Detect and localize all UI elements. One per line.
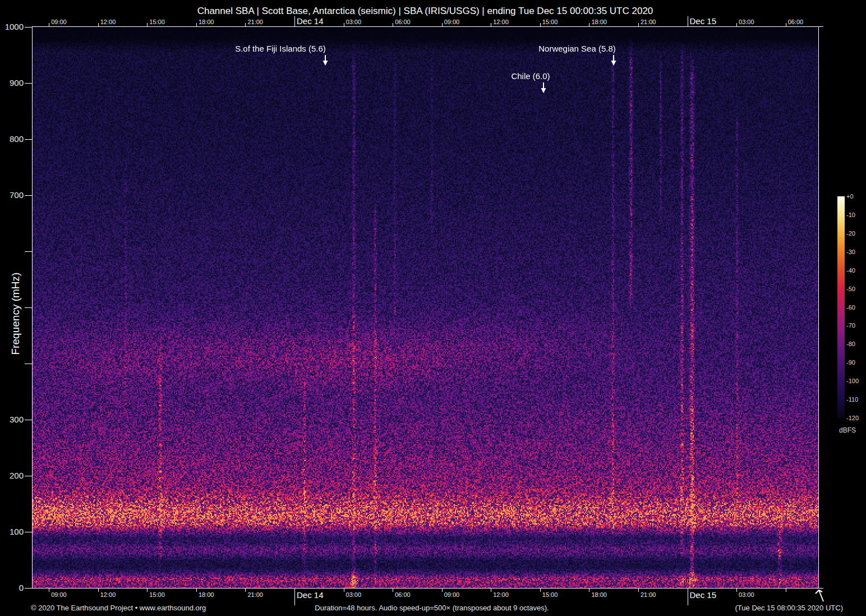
day-separator-tick bbox=[294, 589, 295, 605]
x-tick bbox=[736, 23, 737, 26]
event-label: S.of the Fiji Islands (5.6) bbox=[235, 44, 326, 53]
x-tick bbox=[638, 589, 639, 592]
x-tick bbox=[147, 23, 148, 26]
x-tick bbox=[589, 589, 589, 592]
y-tick bbox=[25, 27, 32, 27]
bottom-axis-line bbox=[33, 588, 823, 589]
colorbar-tick-label: -20 bbox=[846, 230, 855, 237]
x-tick bbox=[49, 589, 49, 592]
x-tick bbox=[442, 589, 443, 592]
figure-title: Channel SBA | Scott Base, Antarctica (se… bbox=[197, 6, 653, 17]
event-label: Chile (6.0) bbox=[511, 71, 550, 81]
colorbar-tick-label: -30 bbox=[846, 249, 855, 255]
x-tick bbox=[491, 589, 491, 592]
x-tick bbox=[393, 23, 393, 26]
x-tick bbox=[786, 23, 786, 26]
colorbar-tick-label: -50 bbox=[846, 286, 855, 292]
left-axis-line bbox=[32, 26, 33, 589]
x-tick-label: 12:00 bbox=[100, 591, 116, 598]
x-tick-label: 09:00 bbox=[444, 19, 460, 25]
x-tick-label: 18:00 bbox=[199, 591, 214, 598]
y-tick bbox=[25, 139, 32, 140]
colorbar-tick-label: -60 bbox=[846, 304, 855, 311]
y-tick-label: 200 bbox=[0, 471, 24, 480]
x-tick bbox=[49, 23, 49, 26]
top-axis-line bbox=[33, 26, 823, 27]
colorbar-tick-label: -90 bbox=[846, 359, 855, 366]
x-tick-label: 15:00 bbox=[542, 19, 558, 25]
y-tick-label: 800 bbox=[0, 134, 24, 144]
x-tick bbox=[540, 589, 541, 592]
mouse-cursor-icon bbox=[814, 587, 828, 603]
x-tick-label: 21:00 bbox=[247, 591, 263, 598]
x-tick-label: Dec 14 bbox=[297, 16, 324, 26]
x-tick bbox=[491, 23, 491, 26]
x-tick-label: 12:00 bbox=[493, 19, 509, 25]
x-tick bbox=[589, 23, 589, 26]
x-tick bbox=[98, 23, 99, 26]
colorbar-tick-label: +0 bbox=[846, 193, 854, 200]
x-tick-label: 21:00 bbox=[641, 19, 656, 25]
x-tick-label: 18:00 bbox=[591, 19, 607, 25]
footer-duration: Duration=48 hours. Audio speed-up=500× (… bbox=[315, 604, 549, 612]
colorbar-tick-label: -110 bbox=[846, 396, 858, 403]
x-tick-label: Dec 14 bbox=[297, 590, 324, 600]
footer-render-time: (Tue Dec 15 08:00:35 2020 UTC) bbox=[735, 604, 843, 612]
x-tick bbox=[245, 23, 246, 26]
colorbar-tick-label: -80 bbox=[846, 341, 855, 347]
footer-copyright: © 2020 The Earthsound Project • www.eart… bbox=[31, 604, 206, 612]
x-tick bbox=[638, 23, 639, 26]
y-tick bbox=[25, 83, 32, 84]
x-tick bbox=[196, 23, 197, 26]
x-tick bbox=[245, 589, 246, 592]
x-tick-label: 03:00 bbox=[346, 19, 362, 25]
x-tick-label: 03:00 bbox=[739, 19, 754, 25]
x-tick bbox=[344, 23, 344, 26]
colorbar-tick-label: -10 bbox=[846, 212, 855, 218]
day-separator-tick bbox=[688, 589, 688, 605]
x-tick-label: 06:00 bbox=[395, 591, 411, 598]
x-tick bbox=[98, 589, 99, 592]
x-tick bbox=[196, 589, 197, 592]
x-tick bbox=[540, 23, 541, 26]
x-tick bbox=[442, 23, 443, 26]
day-separator-tick bbox=[688, 16, 688, 26]
x-tick-label: 03:00 bbox=[346, 591, 362, 598]
x-tick-label: 15:00 bbox=[542, 591, 558, 598]
day-separator-tick bbox=[294, 16, 295, 26]
x-tick-label: 18:00 bbox=[199, 19, 214, 25]
x-tick bbox=[786, 589, 786, 592]
down-arrow-icon bbox=[322, 55, 329, 66]
y-tick bbox=[25, 364, 32, 364]
x-tick bbox=[393, 589, 393, 592]
y-tick-label: 1000 bbox=[0, 22, 24, 31]
down-arrow-icon bbox=[610, 55, 617, 66]
x-tick-label: 09:00 bbox=[51, 19, 67, 25]
x-tick bbox=[147, 589, 148, 592]
x-tick-label: 15:00 bbox=[149, 591, 165, 598]
x-tick-label: Dec 15 bbox=[690, 590, 717, 600]
x-tick-label: 12:00 bbox=[100, 19, 116, 25]
x-tick-label: 06:00 bbox=[788, 19, 804, 25]
x-tick-label: 06:00 bbox=[395, 19, 411, 25]
colorbar-tick-label: -100 bbox=[846, 378, 859, 384]
y-tick-label: 100 bbox=[0, 527, 24, 536]
y-tick bbox=[25, 307, 32, 308]
y-tick bbox=[25, 532, 32, 532]
event-label: Norwegian Sea (5.8) bbox=[538, 44, 616, 53]
y-axis-title: Frequency (mHz) bbox=[10, 157, 22, 471]
x-tick-label: 21:00 bbox=[641, 591, 656, 598]
x-tick-label: Dec 15 bbox=[690, 16, 717, 26]
x-tick-label: 12:00 bbox=[493, 591, 509, 598]
spectrogram-figure: Channel SBA | Scott Base, Antarctica (se… bbox=[0, 0, 866, 616]
y-tick bbox=[25, 420, 32, 420]
y-tick bbox=[25, 195, 32, 196]
x-tick-label: 15:00 bbox=[149, 19, 165, 25]
x-tick-label: 09:00 bbox=[51, 591, 67, 598]
x-tick bbox=[736, 589, 737, 592]
colorbar-tick-label: -120 bbox=[846, 415, 859, 421]
colorbar bbox=[837, 196, 845, 418]
colorbar-tick-label: -40 bbox=[846, 267, 855, 274]
right-axis-line bbox=[818, 26, 819, 589]
y-tick bbox=[25, 251, 32, 252]
